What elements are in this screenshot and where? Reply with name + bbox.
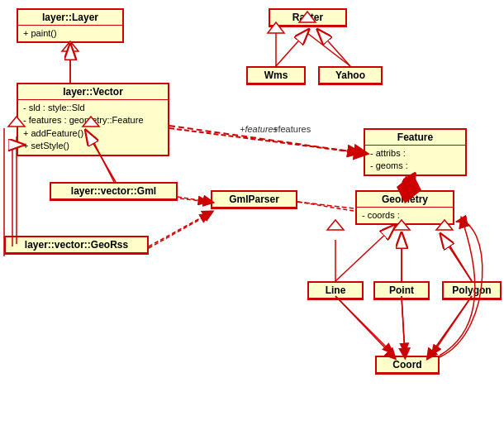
svg-line-24 bbox=[430, 296, 472, 356]
svg-line-40 bbox=[297, 202, 354, 208]
layer-vector-georss-box: layer::vector::GeoRss bbox=[4, 236, 149, 255]
layer-vector-title: layer::Vector bbox=[18, 84, 168, 100]
svg-line-6 bbox=[169, 128, 362, 153]
point-box: Point bbox=[373, 281, 430, 300]
svg-text:+features: +features bbox=[240, 124, 278, 134]
svg-line-35 bbox=[169, 126, 362, 153]
svg-line-33 bbox=[276, 35, 304, 66]
feature-body: - attribs : - geoms : bbox=[365, 146, 465, 174]
svg-line-13 bbox=[297, 202, 354, 211]
raster-title: Raster bbox=[270, 10, 345, 26]
svg-line-20 bbox=[446, 240, 472, 281]
svg-line-39 bbox=[149, 213, 211, 248]
yahoo-title: Yahoo bbox=[320, 68, 381, 84]
feature-box: Feature - attribs : - geoms : bbox=[364, 128, 467, 176]
svg-line-47 bbox=[431, 296, 472, 356]
line-title: Line bbox=[309, 283, 362, 299]
svg-line-38 bbox=[180, 198, 209, 202]
gmlparser-box: GmlParser bbox=[211, 190, 297, 209]
svg-line-46 bbox=[402, 296, 405, 354]
line-box: Line bbox=[307, 281, 364, 300]
raster-box: Raster bbox=[269, 8, 347, 27]
coord-box: Coord bbox=[375, 356, 440, 375]
layer-vector-gml-box: layer::vector::Gml bbox=[50, 182, 178, 201]
geometry-title: Geometry bbox=[357, 192, 453, 208]
layer-layer-body: + paint() bbox=[18, 26, 122, 41]
svg-line-34 bbox=[322, 35, 350, 66]
geometry-body: - coords : bbox=[357, 208, 453, 223]
layer-layer-box: layer::Layer + paint() bbox=[17, 8, 124, 43]
layer-vector-body: - sld : style::Sld - features : geometry… bbox=[18, 100, 168, 155]
features-label: +features bbox=[273, 124, 311, 134]
svg-line-12 bbox=[149, 213, 209, 246]
geometry-box: Geometry - coords : bbox=[355, 190, 454, 225]
wms-title: Wms bbox=[248, 68, 304, 84]
svg-line-23 bbox=[402, 296, 405, 354]
point-title: Point bbox=[375, 283, 428, 299]
coord-title: Coord bbox=[377, 357, 438, 373]
polygon-title: Polygon bbox=[444, 283, 500, 299]
layer-vector-box: layer::Vector - sld : style::Sld - featu… bbox=[17, 83, 169, 156]
svg-line-42 bbox=[335, 230, 390, 281]
svg-line-41 bbox=[403, 174, 415, 192]
feature-title: Feature bbox=[365, 130, 465, 146]
svg-line-22 bbox=[335, 296, 392, 356]
layer-vector-gml-title: layer::vector::Gml bbox=[51, 184, 176, 199]
gmlparser-title: GmlParser bbox=[212, 192, 296, 208]
svg-line-44 bbox=[445, 240, 472, 281]
svg-line-27 bbox=[405, 175, 413, 192]
polygon-box: Polygon bbox=[442, 281, 502, 300]
svg-line-11 bbox=[178, 197, 209, 202]
layer-vector-georss-title: layer::vector::GeoRss bbox=[6, 237, 147, 253]
wms-box: Wms bbox=[246, 66, 306, 85]
svg-line-45 bbox=[335, 296, 393, 354]
yahoo-box: Yahoo bbox=[318, 66, 383, 85]
layer-layer-title: layer::Layer bbox=[18, 10, 122, 26]
svg-line-4 bbox=[307, 33, 350, 66]
svg-marker-17 bbox=[327, 220, 344, 230]
